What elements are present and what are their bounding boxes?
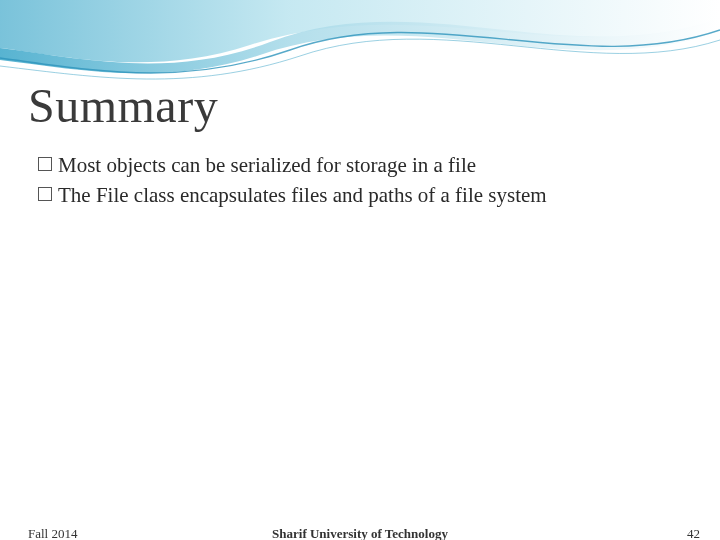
footer-date: Fall 2014	[28, 526, 77, 540]
bullet-item: Most objects can be serialized for stora…	[38, 151, 692, 179]
footer-page-number: 42	[687, 526, 700, 540]
bullet-item: The File class encapsulates files and pa…	[38, 181, 692, 209]
bullet-list: Most objects can be serialized for stora…	[28, 151, 692, 210]
bullet-text: Most objects can be serialized for stora…	[58, 151, 476, 179]
bullet-text: The File class encapsulates files and pa…	[58, 181, 547, 209]
square-bullet-icon	[38, 157, 52, 171]
slide-title: Summary	[28, 78, 692, 133]
footer-institution: Sharif University of Technology	[272, 526, 448, 540]
square-bullet-icon	[38, 187, 52, 201]
